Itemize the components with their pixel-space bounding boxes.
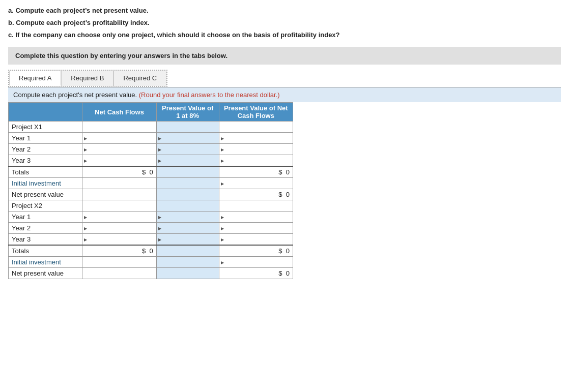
col-header-label [9,103,82,122]
x1-initial-row: Initial investment [9,178,293,189]
x1-totals-ncf-dollar: $ [142,168,146,176]
x2-totals-pvncf: $ 0 [219,245,293,257]
tab-instruction-row: Compute each project's net present value… [8,87,561,102]
x1-year1-ncf-cell[interactable] [82,133,156,144]
x1-npv-pvncf-dollar: $ [278,191,282,198]
x1-year1-pv1-cell[interactable] [156,133,219,144]
x2-year1-pvncf-cell[interactable] [219,212,293,223]
x1-year3-pvncf-cell[interactable] [219,155,293,167]
x2-initial-ncf-cell[interactable] [82,257,156,268]
x2-npv-pv1-empty [156,268,219,279]
x1-initial-pv1 [156,178,219,189]
x1-npv-pv1-empty [156,189,219,200]
x2-year3-ncf-cell[interactable] [82,234,156,246]
x2-totals-row: Totals $ 0 $ 0 [9,245,293,257]
col-header-pv1: Present Value of 1 at 8% [156,103,219,122]
x2-year2-pvncf-cell[interactable] [219,223,293,234]
x2-year3-pv1-input[interactable] [160,235,216,243]
x2-year3-pv1-cell[interactable] [156,234,219,246]
col-header-ncf: Net Cash Flows [82,103,156,122]
x2-initial-ncf-input[interactable] [86,258,153,266]
x1-year1-row: Year 1 [9,133,293,144]
col-header-pvncf: Present Value of Net Cash Flows [219,103,293,122]
tab-required-a[interactable]: Required A [9,71,61,86]
x1-year2-ncf-input[interactable] [86,145,153,153]
tab-required-c[interactable]: Required C [113,71,166,86]
x2-year1-label: Year 1 [9,212,82,223]
x1-npv-ncf-empty [82,189,156,200]
project-x1-pvncf-empty [219,122,293,133]
project-x1-pv1-empty [156,122,219,133]
x1-year1-ncf-input[interactable] [86,134,153,142]
x1-year2-row: Year 2 [9,144,293,155]
x2-year1-ncf-cell[interactable] [82,212,156,223]
x2-initial-pvncf-cell[interactable] [219,257,293,268]
x2-year2-row: Year 2 [9,223,293,234]
x1-year1-pvncf-input[interactable] [222,134,290,142]
x1-year3-pv1-cell[interactable] [156,155,219,167]
x2-year2-ncf-cell[interactable] [82,223,156,234]
x1-year1-pv1-input[interactable] [160,134,216,142]
x2-year2-ncf-input[interactable] [86,224,153,232]
project-x2-pvncf-empty [219,200,293,212]
x2-totals-pv1 [156,245,219,257]
x1-year2-ncf-cell[interactable] [82,144,156,155]
x2-year2-pv1-input[interactable] [160,224,216,232]
x1-npv-row: Net present value $ 0 [9,189,293,200]
x2-npv-ncf-empty [82,268,156,279]
x2-year1-pvncf-input[interactable] [222,213,290,221]
x2-year1-ncf-input[interactable] [86,213,153,221]
x1-npv-label: Net present value [9,189,82,200]
x1-year3-pvncf-input[interactable] [222,157,290,164]
x2-initial-pvncf-input[interactable] [222,258,290,266]
x1-totals-ncf: $ 0 [82,166,156,178]
project-x1-row: Project X1 [9,122,293,133]
x2-npv-label: Net present value [9,268,82,279]
x2-npv-pvncf-dollar: $ [278,269,282,277]
x1-initial-ncf-input[interactable] [86,179,153,187]
tab-area: Required A Required B Required C Compute… [8,65,561,279]
x1-year3-row: Year 3 [9,155,293,167]
x1-totals-label: Totals [9,166,82,178]
tabs-container: Required A Required B Required C [8,70,167,87]
x2-year3-pvncf-cell[interactable] [219,234,293,246]
tab-required-b[interactable]: Required B [61,71,113,86]
x1-year3-pv1-input[interactable] [160,157,216,164]
x2-initial-label: Initial investment [9,257,82,268]
x2-year3-label: Year 3 [9,234,82,246]
x2-npv-pvncf: $ 0 [219,268,293,279]
x1-year1-pvncf-cell[interactable] [219,133,293,144]
x1-initial-pvncf-cell[interactable] [219,178,293,189]
x2-year3-pvncf-input[interactable] [222,235,290,243]
instruction-b: b. Compute each project’s profitability … [8,17,561,28]
x1-initial-ncf-cell[interactable] [82,178,156,189]
x1-totals-pvncf-dollar: $ [278,168,282,176]
instruction-a: a. Compute each project’s net present va… [8,5,561,16]
project-x1-ncf-empty [82,122,156,133]
x1-year2-pvncf-cell[interactable] [219,144,293,155]
project-x2-label: Project X2 [9,200,82,212]
x2-year1-pv1-cell[interactable] [156,212,219,223]
x1-year2-pv1-input[interactable] [160,145,216,153]
x1-year3-ncf-cell[interactable] [82,155,156,167]
project-x1-label: Project X1 [9,122,82,133]
x2-totals-label: Totals [9,245,82,257]
x2-year3-ncf-input[interactable] [86,235,153,243]
x1-year2-pvncf-input[interactable] [222,145,290,153]
x1-year1-label: Year 1 [9,133,82,144]
x2-totals-ncf-dollar: $ [142,247,146,255]
x2-initial-pv1 [156,257,219,268]
x2-year3-row: Year 3 [9,234,293,246]
instructions: a. Compute each project’s net present va… [8,5,561,41]
x1-year2-pv1-cell[interactable] [156,144,219,155]
x1-totals-pvncf: $ 0 [219,166,293,178]
x2-year2-label: Year 2 [9,223,82,234]
x1-year3-ncf-input[interactable] [86,157,153,164]
project-x2-ncf-empty [82,200,156,212]
x2-year2-pvncf-input[interactable] [222,224,290,232]
instruction-c: c. If the company can choose only one pr… [8,29,561,41]
x1-initial-pvncf-input[interactable] [222,179,290,187]
x2-year2-pv1-cell[interactable] [156,223,219,234]
x2-npv-row: Net present value $ 0 [9,268,293,279]
x2-year1-pv1-input[interactable] [160,213,216,221]
